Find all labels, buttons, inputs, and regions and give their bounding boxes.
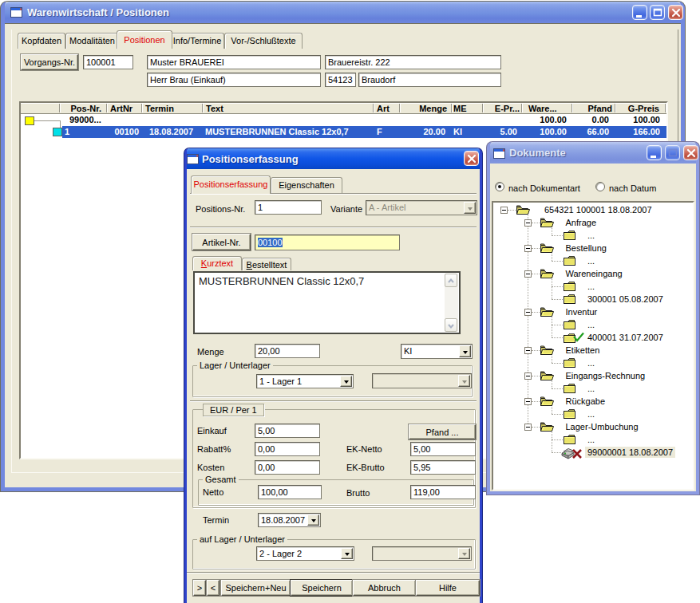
dialog-close-button[interactable] (464, 151, 479, 166)
close-button[interactable] (668, 5, 683, 20)
tree-item-99000001-18-08-2007[interactable]: 99000001 18.08.2007 (493, 446, 693, 459)
column-header-gpreis[interactable]: G-Preis (615, 103, 665, 113)
text-tab-bestelltext[interactable]: Bestelltext (242, 258, 291, 270)
dokumente-tree[interactable]: 654321 100001 18.08.2007Anfrage...Bestel… (492, 201, 694, 491)
dokumente-close-button[interactable] (683, 145, 698, 160)
tree-item-654321-100001-18-08-2007[interactable]: 654321 100001 18.08.2007 (493, 203, 693, 216)
tree-item--[interactable]: ... (493, 433, 693, 446)
column-header-pos[interactable]: Pos-Nr. (59, 103, 106, 113)
radio-nach-dokumentart-label[interactable]: nach Dokumentart (508, 183, 580, 193)
tree-expander-minus[interactable] (524, 424, 532, 431)
tree-expander-minus[interactable] (524, 398, 532, 405)
tree-item-label[interactable]: ... (585, 281, 597, 292)
maximize-button[interactable] (650, 5, 665, 20)
column-header-art[interactable]: Art (373, 103, 399, 113)
ek-netto-input[interactable]: 5,00 (410, 442, 476, 456)
tree-item-label[interactable]: Lager-Umbuchung (564, 421, 641, 432)
text-tab-kurztext[interactable]: Kurztext (192, 256, 242, 270)
tree-item-anfrage[interactable]: Anfrage (493, 216, 693, 229)
tree-item-label[interactable]: Etiketten (564, 345, 603, 356)
tree-item-r-ckgabe[interactable]: Rückgabe (493, 395, 693, 408)
artikel-nr-button[interactable]: Artikel-Nr. (192, 234, 251, 250)
column-header-me[interactable]: ME (451, 103, 482, 113)
tree-item-label[interactable]: Wareneingang (564, 268, 625, 279)
dialog-tab-positionserfassung[interactable]: Positionserfassung (191, 175, 271, 194)
dokumente-titlebar[interactable]: Dokumente (490, 142, 696, 164)
city-input[interactable]: Braudorf (358, 73, 501, 87)
kosten-input[interactable]: 0,00 (255, 460, 320, 475)
tree-item--[interactable]: ... (493, 357, 693, 369)
lager-combobox[interactable]: 1 - Lager 1 (256, 374, 354, 388)
artikel-nr-input[interactable]: 00100 (255, 235, 400, 250)
tree-item-label[interactable]: 654321 100001 18.08.2007 (542, 204, 655, 215)
lager-dropdown-icon[interactable] (340, 376, 352, 387)
vorgangs-nr-input[interactable]: 100001 (83, 55, 133, 69)
tree-item--[interactable]: ... (493, 382, 693, 395)
tree-item-300001-05-08-2007[interactable]: 300001 05.08.2007 (493, 293, 693, 305)
main-titlebar[interactable]: Warenwirtschaft / Positionen (5, 2, 681, 23)
einheit-combobox[interactable]: KI (401, 344, 473, 359)
tree-item--[interactable]: ... (493, 280, 693, 293)
einheit-dropdown-icon[interactable] (459, 345, 471, 357)
tree-item-label[interactable]: ... (585, 408, 597, 420)
column-header-artnr[interactable]: ArtNr (106, 103, 141, 113)
tree-item-label[interactable]: ... (585, 255, 597, 266)
tree-expander-minus[interactable] (524, 270, 532, 278)
minimize-button[interactable] (632, 5, 647, 20)
tree-item-label[interactable]: Inventur (564, 306, 600, 317)
tree-item-400001-31-07-2007[interactable]: 400001 31.07.2007 (493, 331, 693, 344)
tree-item-label[interactable]: Eingangs-Rechnung (564, 370, 648, 381)
vorgangs-nr-button[interactable]: Vorgangs-Nr. (21, 54, 78, 70)
termin-datepicker[interactable]: 18.08.2007 (258, 513, 321, 527)
speichern-neu-button[interactable]: Speichern+Neu (221, 580, 291, 596)
dialog-titlebar[interactable]: Positionserfassung (187, 148, 480, 169)
column-divider[interactable] (665, 104, 666, 112)
tree-item-lager-umbuchung[interactable]: Lager-Umbuchung (493, 420, 693, 433)
pfand-button[interactable]: Pfand ... (409, 424, 476, 439)
tree-item-label[interactable]: ... (585, 319, 597, 330)
column-header-icon[interactable] (21, 103, 59, 113)
dokumente-minimize-button[interactable] (647, 145, 662, 160)
kurztext-scrollbar[interactable] (445, 274, 458, 332)
tree-item-label[interactable]: ... (585, 434, 597, 445)
tree-item-bestellung[interactable]: Bestellung (493, 242, 693, 254)
auflager-combobox[interactable]: 2 - Lager 2 (256, 546, 354, 561)
zip-input[interactable]: 54123 (325, 73, 356, 87)
dokumente-maximize-button[interactable] (665, 145, 680, 160)
main-tab-vor-schlu-texte[interactable]: Vor-/Schlußtexte (224, 33, 303, 49)
tree-item-label[interactable]: Anfrage (564, 217, 599, 228)
radio-nach-dokumentart[interactable] (495, 182, 504, 191)
tree-item-label[interactable]: 300001 05.08.2007 (585, 294, 666, 305)
column-header-pfand[interactable]: Pfand (571, 103, 615, 113)
auflager-dropdown-icon[interactable] (341, 548, 353, 559)
speichern-button[interactable]: Speichern (291, 580, 353, 596)
tree-item-label[interactable]: 400001 31.07.2007 (585, 332, 666, 343)
tree-item-wareneingang[interactable]: Wareneingang (493, 267, 693, 280)
tree-item--[interactable]: ... (493, 318, 693, 331)
column-header-epr[interactable]: E-Pr... (482, 103, 521, 113)
tree-item-label[interactable]: 99000001 18.08.2007 (585, 447, 675, 458)
radio-nach-datum-label[interactable]: nach Datum (609, 183, 656, 193)
street-input[interactable]: Brauereistr. 222 (325, 55, 501, 69)
tree-expander-minus[interactable] (524, 372, 532, 380)
table-row-1[interactable]: 99000...100.000.00100.00 (21, 114, 666, 126)
main-tab-info-termine[interactable]: Info/Termine (170, 33, 224, 49)
tree-item-label[interactable]: ... (585, 383, 597, 394)
tree-item-eingangs-rechnung[interactable]: Eingangs-Rechnung (493, 369, 693, 382)
column-header-text[interactable]: Text (202, 103, 373, 113)
tree-item-etiketten[interactable]: Etiketten (493, 344, 693, 357)
prev-button[interactable]: < (207, 580, 219, 596)
tree-item--[interactable]: ... (493, 254, 693, 267)
tree-item--[interactable]: ... (493, 408, 693, 420)
netto-input[interactable]: 100,00 (258, 485, 322, 499)
main-tab-kopfdaten[interactable]: Kopfdaten (18, 33, 65, 49)
positions-table-header[interactable]: Pos-Nr.ArtNrTerminTextArtMengeMEE-Pr...W… (21, 103, 666, 114)
tree-item-label[interactable]: ... (585, 357, 597, 368)
tree-item-label[interactable]: ... (585, 230, 597, 241)
tree-expander-minus[interactable] (500, 207, 508, 214)
main-tab-modalit-ten[interactable]: Modalitäten (65, 33, 119, 49)
radio-nach-datum[interactable] (595, 182, 605, 191)
menge-input[interactable]: 20,00 (255, 344, 320, 358)
abbruch-button[interactable]: Abbruch (353, 580, 416, 596)
termin-dropdown-icon[interactable] (307, 514, 319, 526)
